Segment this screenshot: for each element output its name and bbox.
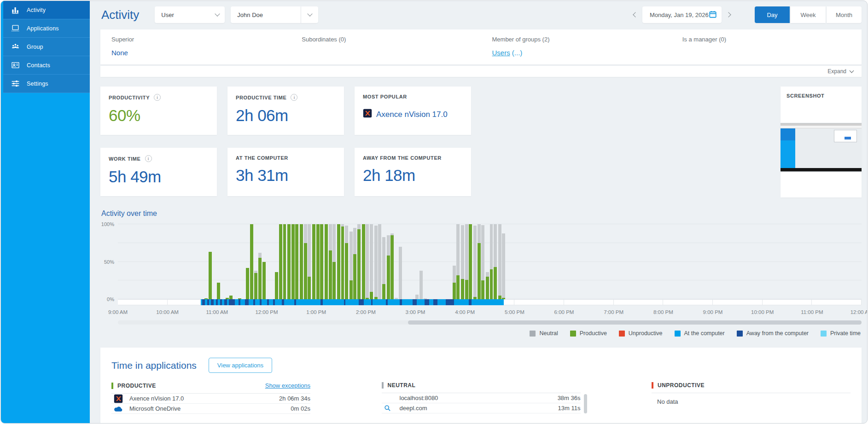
chart-bar-neutral	[308, 224, 311, 277]
chart-bar-productive	[341, 227, 344, 299]
category-accent	[111, 383, 113, 389]
groups-link[interactable]: Users	[492, 49, 510, 57]
x-axis-label: 9:00 AM	[108, 309, 128, 315]
chart-bar-productive	[387, 256, 390, 299]
legend-swatch	[570, 331, 576, 337]
stat-card-value: 60%	[109, 106, 209, 125]
chart-bar-neutral	[366, 224, 369, 298]
chart-plot-wrap: 0%50%100% 9:00 AM10:00 AM11:00 AM12:00 P…	[101, 224, 862, 337]
view-applications-button[interactable]: View applications	[209, 358, 272, 373]
app-row[interactable]: Axence nVision 17.02h 06m 34s	[111, 394, 310, 404]
stat-cards-grid: PRODUCTIVITYi60%PRODUCTIVE TIMEi2h 06mMO…	[100, 87, 471, 196]
chart-x-axis: 9:00 AM10:00 AM11:00 AM12:00 PM1:00 PM2:…	[118, 308, 862, 318]
stat-card-value: 5h 49m	[109, 168, 209, 186]
sidebar-item-group[interactable]: Group	[3, 38, 90, 56]
info-icon[interactable]: i	[154, 94, 161, 101]
legend-swatch	[619, 331, 625, 337]
chart-bar-productive	[287, 224, 291, 299]
date-picker[interactable]: Monday, Jan 19, 2026	[642, 6, 722, 23]
chart-bar-productive	[316, 224, 320, 299]
show-exceptions-link[interactable]: Show exceptions	[265, 382, 310, 389]
apps-list-scrollbar[interactable]	[584, 394, 587, 413]
stat-card-productivity: PRODUCTIVITYi60%	[100, 87, 217, 135]
stat-card-most-popular: MOST POPULARAxence nVision 17.0	[355, 87, 471, 135]
away-from-computer-segment	[282, 299, 284, 305]
chart-bar-productive	[262, 262, 266, 300]
entity-input[interactable]: John Doe	[231, 6, 301, 23]
chart-bar-neutral	[304, 224, 307, 243]
view-button-month[interactable]: Month	[827, 6, 862, 23]
away-from-computer-segment	[267, 299, 269, 305]
chart-bar-productive	[254, 273, 257, 299]
settings-icon	[11, 79, 20, 88]
profile-column: Subordinates (0)	[291, 36, 481, 57]
chart-bar-productive	[246, 268, 249, 299]
chart-bar-productive	[209, 252, 212, 299]
chart-bar-productive	[461, 279, 464, 299]
stat-card-work-time: WORK TIMEi5h 49m	[100, 148, 217, 196]
entity-combo: John Doe	[231, 6, 318, 23]
info-icon[interactable]: i	[291, 94, 297, 101]
legend-label: Neutral	[539, 330, 558, 337]
x-axis-label: 2:00 PM	[356, 309, 376, 315]
app-time: 38m 36s	[558, 395, 581, 401]
chart-bar-neutral	[350, 232, 353, 280]
chart-bar-neutral	[378, 224, 381, 299]
chart-bar-productive	[337, 224, 340, 299]
stats-zone: PRODUCTIVITYi60%PRODUCTIVE TIMEi2h 06mMO…	[100, 87, 862, 197]
chart-bar-productive	[229, 296, 233, 299]
usage-strip-hour-cell	[812, 299, 862, 305]
stat-card-at-the-computer: AT THE COMPUTER3h 31m	[227, 148, 344, 196]
away-from-computer-segment	[359, 299, 364, 305]
sidebar-item-settings[interactable]: Settings	[3, 75, 90, 93]
sidebar-item-contacts[interactable]: Contacts	[3, 56, 90, 75]
legend-label: Unproductive	[629, 330, 663, 337]
chart-bar-productive	[345, 243, 348, 299]
legend-item: Away from the computer	[737, 330, 809, 337]
x-axis-label: 11:00 PM	[801, 309, 823, 315]
sidebar-item-label: Applications	[27, 25, 59, 32]
chart-bar-productive	[312, 224, 315, 299]
chart-bar-neutral	[415, 295, 419, 299]
chart-bar-productive	[478, 243, 481, 299]
app-time: 0m 02s	[291, 405, 310, 412]
chart-bar-productive	[308, 277, 311, 299]
sidebar-item-activity[interactable]: Activity	[3, 1, 90, 19]
chart-bar-neutral	[345, 226, 348, 243]
app-row[interactable]: Microsoft OneDrive0m 02s	[111, 404, 310, 414]
away-from-computer-segment	[239, 299, 240, 305]
screenshot-thumbnail[interactable]	[781, 123, 862, 172]
sidebar-item-applications[interactable]: Applications	[3, 19, 90, 38]
info-icon[interactable]: i	[145, 155, 152, 162]
app-row[interactable]: localhost:808038m 36s	[382, 393, 581, 403]
groups-suffix: (...)	[510, 49, 523, 57]
entity-type-select[interactable]: User	[155, 6, 225, 23]
chart-scrollbar-thumb[interactable]	[408, 320, 862, 325]
stat-card-value: 3h 31m	[236, 166, 336, 185]
chart-bar-productive	[275, 272, 278, 299]
legend-item: Productive	[570, 330, 607, 337]
expand-toggle[interactable]: Expand	[100, 66, 862, 77]
chart-bar-productive	[481, 280, 484, 299]
usage-strip-hour-cell	[514, 299, 564, 305]
away-from-computer-segment	[260, 299, 262, 305]
view-button-day[interactable]: Day	[755, 6, 790, 23]
app-row[interactable]: deepl.com13m 11s	[382, 403, 581, 413]
chart-bar-neutral	[502, 233, 505, 298]
previous-day-button[interactable]	[629, 6, 641, 23]
stat-card-label: AWAY FROM THE COMPUTER	[363, 155, 442, 161]
sidebar: ActivityApplicationsGroupContactsSetting…	[1, 1, 90, 423]
chevron-down-icon	[307, 11, 312, 16]
entity-dropdown-button[interactable]	[301, 6, 318, 23]
next-day-button[interactable]	[723, 6, 735, 23]
applications-icon	[11, 24, 20, 33]
profile-label: Is a manager (0)	[682, 36, 862, 43]
category-label: PRODUCTIVE	[117, 383, 156, 389]
main-area: Activity User John Doe Monday, Jan 19, 2…	[90, 1, 867, 423]
chart-bar-neutral	[465, 224, 468, 280]
profile-column: SuperiorNone	[100, 36, 291, 57]
view-button-week[interactable]: Week	[791, 6, 826, 23]
screenshot-panel: SCREENSHOT	[781, 87, 862, 197]
chart-bar-neutral	[254, 271, 257, 273]
stat-card-label: WORK TIME	[109, 156, 141, 162]
